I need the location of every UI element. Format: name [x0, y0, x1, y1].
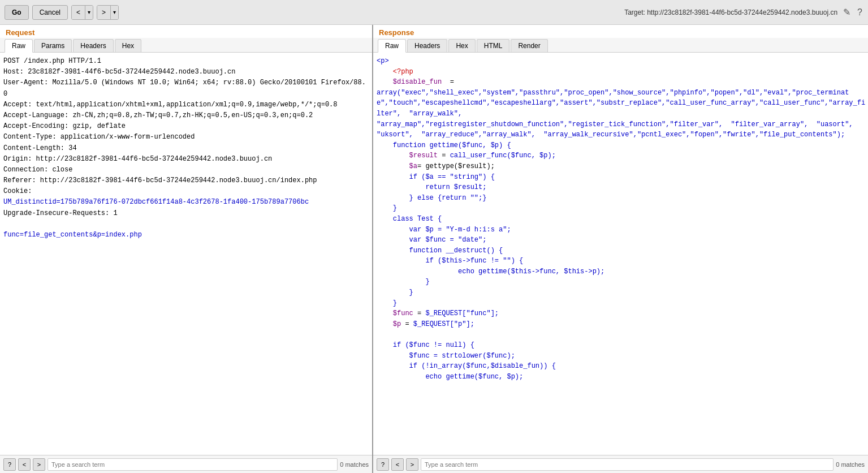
edit-icon[interactable]: ✎ — [842, 6, 852, 19]
tab-response-render[interactable]: Render — [511, 39, 547, 52]
tab-request-raw[interactable]: Raw — [5, 39, 33, 53]
request-help-button[interactable]: ? — [3, 458, 16, 471]
response-matches: 0 matches — [836, 461, 865, 468]
target-label: Target: http://23c8182f-3981-44f6-bc5d-3… — [624, 8, 837, 16]
tab-response-html[interactable]: HTML — [477, 39, 510, 52]
toolbar: Go Cancel < ▾ > ▾ Target: http://23c8182… — [0, 0, 868, 25]
request-tabs: Raw Params Headers Hex — [0, 38, 372, 53]
back-dropdown-button[interactable]: ▾ — [85, 6, 93, 19]
response-tabs: Raw Headers Hex HTML Render — [373, 38, 868, 53]
request-next-button[interactable]: > — [33, 458, 45, 471]
request-matches: 0 matches — [340, 461, 369, 468]
tab-request-params[interactable]: Params — [34, 39, 72, 52]
toolbar-right: Target: http://23c8182f-3981-44f6-bc5d-3… — [624, 6, 863, 19]
request-content[interactable]: POST /index.php HTTP/1.1 Host: 23c8182f-… — [0, 53, 372, 455]
back-button[interactable]: < — [72, 6, 85, 19]
tab-request-hex[interactable]: Hex — [115, 39, 141, 52]
request-search-input[interactable] — [47, 458, 338, 471]
tab-request-headers[interactable]: Headers — [73, 39, 113, 52]
request-panel: Request Raw Params Headers Hex POST /ind… — [0, 25, 373, 473]
back-nav-group: < ▾ — [71, 5, 93, 20]
response-panel: Response Raw Headers Hex HTML Render <p>… — [373, 25, 868, 473]
go-button[interactable]: Go — [5, 5, 29, 20]
response-prev-button[interactable]: < — [391, 458, 404, 471]
request-prev-button[interactable]: < — [18, 458, 31, 471]
request-search-bar: ? < > 0 matches — [0, 455, 372, 473]
response-content[interactable]: <p> <?php $disable_fun = array("exec","s… — [373, 53, 868, 455]
response-text: <p> <?php $disable_fun = array("exec","s… — [377, 56, 866, 382]
response-search-input[interactable] — [421, 458, 834, 471]
request-header: Request — [0, 25, 372, 38]
request-text: POST /index.php HTTP/1.1 Host: 23c8182f-… — [3, 56, 370, 240]
response-search-bar: ? < > 0 matches — [373, 455, 868, 473]
tab-response-headers[interactable]: Headers — [407, 39, 447, 52]
main-content: Request Raw Params Headers Hex POST /ind… — [0, 25, 868, 473]
cancel-button[interactable]: Cancel — [32, 5, 68, 20]
help-icon[interactable]: ? — [856, 6, 863, 19]
forward-button[interactable]: > — [97, 6, 111, 19]
response-header: Response — [373, 25, 868, 38]
response-help-button[interactable]: ? — [377, 458, 389, 471]
forward-dropdown-button[interactable]: ▾ — [111, 6, 118, 19]
tab-response-hex[interactable]: Hex — [448, 39, 475, 52]
response-next-button[interactable]: > — [406, 458, 418, 471]
toolbar-left: Go Cancel < ▾ > ▾ — [5, 5, 119, 20]
forward-nav-group: > ▾ — [97, 5, 119, 20]
tab-response-raw[interactable]: Raw — [378, 39, 406, 53]
